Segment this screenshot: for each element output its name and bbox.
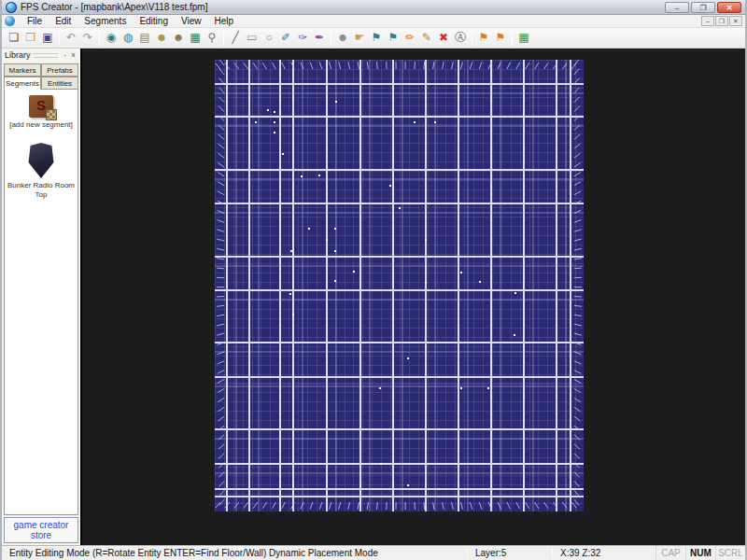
rect-tool-icon[interactable]: ▭ bbox=[244, 30, 261, 47]
toolbar-separator bbox=[99, 31, 100, 46]
menu-file[interactable]: File bbox=[21, 15, 49, 28]
map-grid[interactable] bbox=[215, 60, 584, 511]
zoom-tool-icon[interactable]: ⚲ bbox=[204, 30, 220, 47]
entity-dot bbox=[425, 282, 427, 284]
texture-checker-icon bbox=[46, 109, 57, 120]
mdi-minimize-button[interactable]: – bbox=[701, 16, 714, 26]
menu-view[interactable]: View bbox=[175, 15, 208, 28]
toolbar-separator bbox=[223, 31, 224, 46]
entity-dot bbox=[389, 185, 391, 187]
open-map-icon[interactable]: ❒ bbox=[22, 30, 39, 47]
entity-dot bbox=[274, 132, 275, 133]
ellipse-tool-icon[interactable]: ○ bbox=[261, 30, 277, 47]
waypoint-flag-2-icon[interactable]: ⚑ bbox=[385, 30, 402, 47]
maximize-button[interactable]: ❐ bbox=[691, 2, 715, 13]
marker-flag-2-icon[interactable]: ⚑ bbox=[492, 30, 509, 47]
line-tool-icon[interactable]: ╱ bbox=[227, 30, 244, 47]
entity-dot bbox=[353, 271, 355, 273]
entity-paint-icon[interactable]: ☻ bbox=[170, 30, 187, 47]
library-item-bunker-radio-room[interactable]: Bunker Radio Room Top bbox=[5, 143, 78, 200]
app-icon bbox=[6, 2, 17, 13]
new-map-icon[interactable]: ❏ bbox=[6, 30, 22, 47]
entity-dot bbox=[514, 334, 515, 336]
library-item-list: S [add new segment] Bunker Radio Room To… bbox=[4, 90, 78, 515]
minimize-button[interactable]: – bbox=[665, 2, 689, 13]
entity-dot bbox=[318, 175, 320, 176]
entity-dot bbox=[407, 357, 409, 359]
entity-dot bbox=[274, 121, 275, 123]
entity-dot bbox=[274, 111, 275, 113]
library-grip[interactable] bbox=[34, 53, 58, 58]
keyboard-locks: CAPNUMSCRL bbox=[655, 546, 745, 560]
entity-dot bbox=[334, 228, 336, 230]
entity-dot bbox=[326, 239, 328, 241]
library-title: Library bbox=[5, 50, 31, 60]
pen-tool-2-icon[interactable]: ✒ bbox=[311, 30, 328, 47]
waypoint-flag-1-icon[interactable]: ⚑ bbox=[368, 30, 385, 47]
entity-dot bbox=[487, 387, 489, 389]
lock-scrl: SCRL bbox=[715, 546, 745, 560]
edit-brush-icon[interactable]: ✎ bbox=[418, 30, 435, 47]
toolbar: ❏❒▣↶↷◉◍▤☻☻▦⚲╱▭○✐✑✒☻☛⚑⚑✏✎✖Ⓐ⚑⚑▦ bbox=[2, 28, 745, 49]
entity-dot bbox=[380, 463, 382, 465]
library-close-button[interactable]: x bbox=[69, 50, 78, 60]
bunker-segment-icon bbox=[27, 143, 55, 178]
tab-entities[interactable]: Entities bbox=[41, 77, 78, 90]
layer-stack-icon[interactable]: ▤ bbox=[136, 30, 153, 47]
menu-help[interactable]: Help bbox=[207, 15, 240, 28]
library-collapse-button[interactable]: - bbox=[61, 50, 69, 60]
game-creator-store-button[interactable]: game creator store bbox=[4, 517, 78, 543]
menu-editing[interactable]: Editing bbox=[133, 15, 175, 28]
library-item-add-segment[interactable]: S [add new segment] bbox=[5, 95, 78, 130]
spray-tool-icon[interactable]: ✐ bbox=[277, 30, 294, 47]
library-header: Library - x bbox=[2, 49, 80, 62]
entity-dot bbox=[335, 101, 337, 103]
tab-segments[interactable]: Segments bbox=[4, 77, 41, 90]
lock-cap: CAP bbox=[655, 546, 685, 560]
menubar: FileEditSegmentsEditingViewHelp – ❐ ✕ bbox=[2, 15, 745, 28]
pen-tool-1-icon[interactable]: ✑ bbox=[294, 30, 311, 47]
library-item-label: [add new segment] bbox=[5, 120, 78, 130]
lock-num: NUM bbox=[685, 546, 715, 560]
entity-dot bbox=[460, 272, 462, 273]
entity-dot bbox=[292, 314, 294, 315]
statusbar: Entity Editing Mode (R=Rotate Entity ENT… bbox=[2, 545, 745, 560]
entity-dot bbox=[479, 281, 481, 283]
texture-mode-icon[interactable]: ◍ bbox=[120, 30, 136, 47]
mdi-close-button[interactable]: ✕ bbox=[729, 16, 742, 26]
window-title: FPS Creator - [mapbank\Apex\V118 test.fp… bbox=[21, 2, 661, 12]
map-grid-svg bbox=[215, 60, 584, 511]
world-mode-icon[interactable]: ◉ bbox=[103, 30, 120, 47]
menu-segments[interactable]: Segments bbox=[78, 15, 133, 28]
marker-flag-1-icon[interactable]: ⚑ bbox=[475, 30, 492, 47]
undo-icon[interactable]: ↶ bbox=[63, 30, 79, 47]
save-map-icon[interactable]: ▣ bbox=[39, 30, 56, 47]
mdi-restore-button[interactable]: ❐ bbox=[715, 16, 728, 26]
edit-pencil-icon[interactable]: ✏ bbox=[402, 30, 418, 47]
tab-prefabs[interactable]: Prefabs bbox=[41, 63, 78, 77]
library-item-label: Bunker Radio Room Top bbox=[5, 181, 78, 200]
mdi-document-icon bbox=[5, 16, 15, 26]
close-button[interactable]: ✕ bbox=[717, 2, 741, 13]
entity-dot bbox=[282, 153, 284, 155]
toolbar-separator bbox=[331, 31, 331, 46]
segment-paint-icon[interactable]: ☻ bbox=[153, 30, 170, 47]
build-game-icon[interactable]: ▦ bbox=[515, 30, 532, 47]
status-mode-text: Entity Editing Mode (R=Rotate Entity ENT… bbox=[2, 546, 467, 560]
hand-tool-icon[interactable]: ☛ bbox=[351, 30, 368, 47]
entity-dot bbox=[407, 484, 409, 486]
character-tool-icon[interactable]: ☻ bbox=[334, 30, 351, 47]
entity-dot bbox=[379, 387, 381, 389]
entity-dot bbox=[514, 292, 516, 294]
entity-dot bbox=[414, 121, 416, 123]
redo-icon[interactable]: ↷ bbox=[79, 30, 96, 47]
menu-edit[interactable]: Edit bbox=[49, 15, 78, 28]
library-tabs: MarkersPrefabsSegmentsEntities bbox=[4, 63, 78, 90]
entity-dot bbox=[334, 250, 336, 252]
delete-tool-icon[interactable]: ✖ bbox=[435, 30, 452, 47]
grid-board-icon[interactable]: ▦ bbox=[187, 30, 204, 47]
text-frame-tool-icon[interactable]: Ⓐ bbox=[452, 30, 469, 47]
app-window: FPS Creator - [mapbank\Apex\V118 test.fp… bbox=[0, 0, 747, 560]
entity-dot bbox=[460, 387, 462, 389]
tab-markers[interactable]: Markers bbox=[4, 63, 41, 77]
